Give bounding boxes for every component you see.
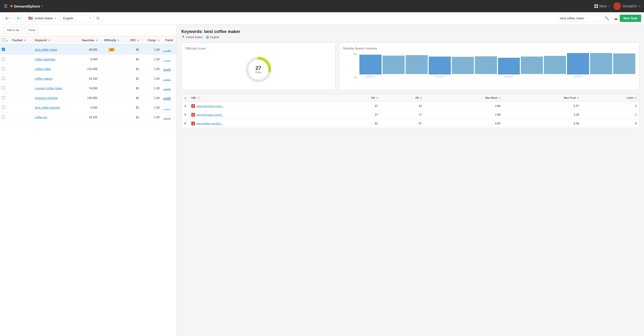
row-tracked-cell (10, 113, 33, 122)
row-searches-cell: 5,400 (74, 55, 100, 64)
row-comp-cell: 1.00 (141, 45, 161, 55)
serp-row: 4Ewww.epicurious.com/i...87433.805.573 (182, 102, 639, 110)
brand-logo[interactable]: DemandSphere ▾ (10, 4, 43, 8)
row-tracked-cell (10, 64, 33, 74)
row-checkbox[interactable] (2, 77, 5, 80)
url-link[interactable]: www.epicurious.com/i... (196, 104, 224, 108)
header-searches[interactable]: Searches ⇅ (74, 36, 100, 45)
google-selector[interactable]: G ▾ (14, 15, 24, 22)
trend-bar (163, 76, 174, 81)
header-trend[interactable]: Trend (161, 36, 176, 45)
flag-icon: 🇺🇸 (28, 16, 33, 20)
new-task-button[interactable]: New Task (620, 14, 641, 22)
trend-bar (163, 115, 174, 120)
row-difficulty-cell (100, 64, 124, 74)
search-box[interactable]: 🔍 (558, 14, 612, 22)
row-comp-cell: 1.00 (141, 113, 161, 122)
difficulty-card-title: Difficulty Score (186, 47, 332, 50)
row-cpc-cell: $1 (124, 113, 141, 122)
trend-bar (163, 47, 174, 52)
keywords-table-element: ▲ Tracked ⇅ Keyword ⇅ Searches ⇅ (0, 36, 176, 122)
add-to-list-button[interactable]: Add to list (3, 27, 23, 34)
url-link[interactable]: www.thrillist.com/drin... (196, 122, 223, 125)
title-keyword: best coffee maker (204, 29, 240, 34)
row-keyword-cell: coffee makers (33, 74, 74, 84)
row-checkbox[interactable] (2, 67, 5, 70)
row-checkbox[interactable] (2, 96, 5, 99)
keyword-link[interactable]: espresso machine (35, 96, 58, 100)
keyword-link[interactable]: coffee machines (35, 58, 55, 61)
url-sort-icon: ⇅ (198, 96, 200, 99)
row-comp-cell: 1.00 (141, 84, 161, 93)
serp-url-cell: Eeverythingzany.com/li... (189, 110, 335, 119)
header-keyword[interactable]: Keyword ⇅ (33, 36, 74, 45)
row-checkbox[interactable] (2, 58, 5, 60)
bar-rect (613, 54, 635, 74)
row-checkbox[interactable] (2, 116, 5, 118)
bar-column: Mar 2017 (360, 53, 382, 78)
favicon-icon: T (191, 122, 195, 125)
row-tracked-cell (10, 74, 33, 84)
bar-rect (452, 57, 474, 74)
track-button[interactable]: Track (25, 27, 39, 34)
rank-number: 6 (184, 122, 186, 125)
serp-header-moz-rank[interactable]: Moz Rank ⇅ (424, 94, 503, 102)
user-chevron-icon: ▾ (639, 5, 640, 8)
header-tracked[interactable]: Tracked ⇅ (10, 36, 33, 45)
serp-header-moz-trust[interactable]: Moz Trust ⇅ (503, 94, 582, 102)
keyword-link[interactable]: cuisinart coffee maker (35, 87, 62, 90)
user-info[interactable]: GinzaErin ▾ (614, 2, 640, 10)
bar-label: Sep 2017 (504, 76, 514, 78)
row-cpc-cell: $3 (124, 55, 141, 64)
header-difficulty[interactable]: Difficulty ⇅ (100, 36, 124, 45)
keyword-link[interactable]: coffee maker (35, 68, 51, 71)
serp-header-da[interactable]: DA ⇅ (335, 94, 380, 102)
row-checkbox-cell (0, 64, 10, 74)
bar-label: Jun 2017 (435, 76, 444, 78)
bar-rect (567, 53, 589, 74)
serp-tbody: 4Ewww.epicurious.com/i...87433.805.5735E… (182, 102, 639, 128)
difficulty-card: Difficulty Score 27 Easy (182, 43, 336, 90)
search-button[interactable]: 🔍 (604, 16, 609, 20)
serp-header-pa[interactable]: PA ⇅ (380, 94, 424, 102)
keyword-link[interactable]: coffee makers (35, 77, 52, 80)
row-checkbox[interactable] (2, 106, 5, 109)
serp-header-links[interactable]: Links ⇅ (582, 94, 639, 102)
keyword-link[interactable]: coffee pot (35, 116, 47, 119)
row-trend-cell (161, 93, 176, 103)
language-selector[interactable]: English ▾ (60, 15, 94, 22)
serp-rank-cell: 5 (182, 110, 189, 119)
bar-column (613, 53, 635, 78)
cloud-button[interactable]: ☁ (614, 16, 618, 21)
view-toggle-button[interactable]: ⊞ ▾ (3, 15, 12, 22)
refresh-button[interactable]: ↻ (96, 15, 101, 22)
title-prefix: Keywords: (182, 29, 204, 34)
location-icon: 📍 (182, 36, 185, 39)
row-checkbox-cell (0, 55, 10, 64)
y-axis: 50k 0k (351, 53, 358, 79)
keyword-link[interactable]: best coffee maker (35, 48, 57, 51)
row-difficulty-cell (100, 55, 124, 64)
trend-bar (163, 96, 174, 100)
search-input[interactable] (560, 16, 602, 20)
row-checkbox[interactable] (2, 86, 5, 90)
avatar (614, 2, 621, 10)
row-checkbox[interactable] (2, 48, 5, 51)
keyword-link[interactable]: best coffee machine (35, 106, 60, 109)
searches-sort-icon: ⇅ (96, 39, 98, 42)
serp-header-url[interactable]: URL ⇅ (189, 94, 335, 102)
url-link[interactable]: everythingzany.com/li... (196, 113, 223, 116)
rank-number: 5 (184, 113, 186, 116)
header-comp[interactable]: Comp. ⇅ (141, 36, 161, 45)
serp-links-cell: 9 (582, 119, 639, 128)
trend-bar (163, 67, 174, 72)
row-checkbox-cell (0, 103, 10, 113)
select-all-checkbox[interactable] (2, 38, 5, 42)
country-selector[interactable]: 🇺🇸 United States ▾ (26, 14, 59, 22)
language-chevron-icon: ▾ (90, 17, 91, 20)
serp-da-cell: 87 (335, 102, 380, 110)
header-cpc[interactable]: CPC ⇅ (124, 36, 141, 45)
menu-button[interactable]: ☰ (4, 4, 8, 9)
moz-rank-sort-icon: ⇅ (499, 96, 500, 99)
more-button[interactable]: More ▾ (594, 4, 610, 8)
